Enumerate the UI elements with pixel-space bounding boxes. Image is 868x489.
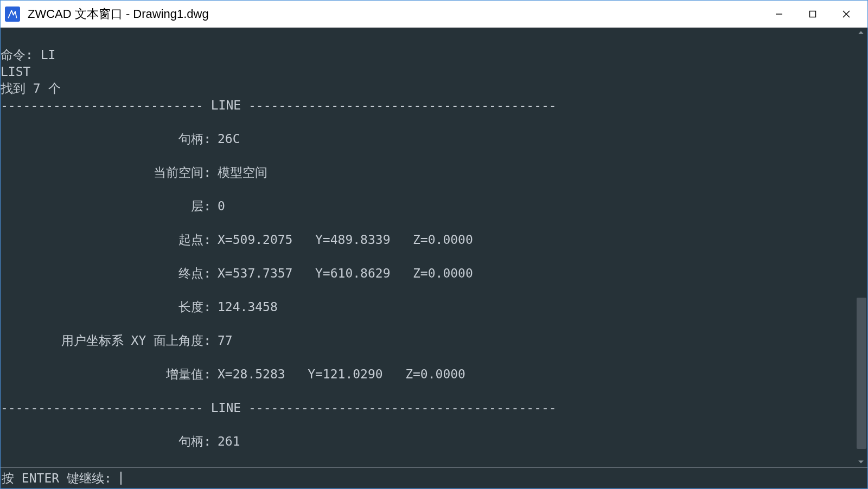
prop-label-space: 当前空间: bbox=[1, 164, 218, 181]
prop-label-endpt: 终点: bbox=[1, 265, 218, 282]
titlebar: ZWCAD 文本窗口 - Drawing1.dwg bbox=[1, 1, 867, 28]
prop-val-startpt: X=509.2075 Y=489.8339 Z=0.0000 bbox=[218, 231, 854, 248]
prop-val-angle: 77 bbox=[218, 332, 854, 349]
prop-label-startpt: 起点: bbox=[1, 231, 218, 248]
scrollbar[interactable] bbox=[854, 28, 867, 467]
prop-label-handle: 句柄: bbox=[1, 433, 218, 450]
prop-label-angle: 用户坐标系 XY 面上角度: bbox=[1, 332, 218, 349]
section-divider: --------------------------- LINE -------… bbox=[1, 400, 854, 416]
scroll-track[interactable] bbox=[856, 37, 866, 457]
scroll-up-icon[interactable] bbox=[854, 28, 867, 37]
svg-rect-1 bbox=[810, 11, 816, 17]
prop-label-handle: 句柄: bbox=[1, 131, 218, 147]
prop-label-layer: 层: bbox=[1, 198, 218, 215]
terminal-output[interactable]: 命令: LI LIST 找到 7 个 ---------------------… bbox=[1, 28, 854, 467]
list-label: LIST bbox=[1, 65, 30, 79]
scroll-thumb[interactable] bbox=[857, 298, 866, 449]
found-text: 找到 7 个 bbox=[1, 81, 61, 95]
command-prompt: 按 ENTER 键继续: bbox=[1, 467, 867, 488]
scroll-down-icon[interactable] bbox=[854, 457, 867, 467]
prop-val-delta: X=28.5283 Y=121.0290 Z=0.0000 bbox=[218, 366, 854, 383]
command-value: LI bbox=[41, 48, 56, 62]
command-input[interactable] bbox=[119, 472, 867, 485]
command-label: 命令: bbox=[1, 48, 33, 62]
prop-val-space: 模型空间 bbox=[218, 164, 854, 181]
prop-val-handle: 261 bbox=[218, 433, 854, 450]
prop-val-endpt: X=537.7357 Y=610.8629 Z=0.0000 bbox=[218, 265, 854, 282]
text-window: ZWCAD 文本窗口 - Drawing1.dwg 命令: LI LIST 找到… bbox=[0, 0, 868, 489]
window-title: ZWCAD 文本窗口 - Drawing1.dwg bbox=[28, 6, 762, 22]
prompt-label: 按 ENTER 键继续: bbox=[2, 470, 119, 487]
prop-val-layer: 0 bbox=[218, 198, 854, 215]
prop-val-handle: 26C bbox=[218, 131, 854, 147]
app-icon bbox=[5, 7, 20, 22]
close-button[interactable] bbox=[829, 2, 863, 27]
cursor-icon bbox=[120, 472, 122, 485]
prop-label-length: 长度: bbox=[1, 299, 218, 316]
maximize-button[interactable] bbox=[796, 2, 829, 27]
minimize-button[interactable] bbox=[762, 2, 796, 27]
prop-label-delta: 增量值: bbox=[1, 366, 218, 383]
section-divider: --------------------------- LINE -------… bbox=[1, 97, 854, 114]
prop-val-length: 124.3458 bbox=[218, 299, 854, 316]
window-controls bbox=[762, 2, 863, 27]
